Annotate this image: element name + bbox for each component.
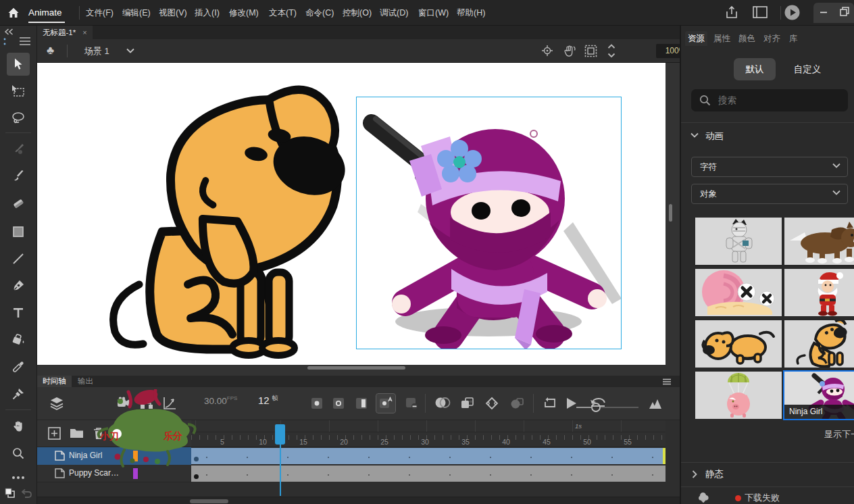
layer-row-puppy[interactable]: Puppy Scar… (37, 465, 191, 482)
asset-thumbnail-snail[interactable] (695, 269, 782, 316)
animated-section-chevron-icon[interactable] (690, 132, 699, 138)
tool-rectangle[interactable] (7, 220, 30, 243)
asset-thumbnail-wolf[interactable] (784, 218, 854, 265)
insert-frame-icon[interactable] (355, 397, 368, 410)
delete-layer-button[interactable] (93, 427, 105, 440)
create-tween-icon[interactable] (484, 397, 499, 410)
layer-row-ninja-girl[interactable]: Ninja Girl (37, 447, 191, 465)
new-layer-button[interactable] (48, 427, 61, 440)
keyframe-dot[interactable] (194, 457, 199, 461)
auto-keyframe-toggle[interactable] (376, 394, 395, 413)
home-icon[interactable] (7, 6, 20, 20)
tools-more-options[interactable] (7, 466, 30, 489)
graph-editor-icon[interactable] (163, 397, 176, 410)
insert-blank-keyframe-icon[interactable] (332, 397, 345, 410)
cloud-download-icon[interactable] (696, 490, 711, 503)
show-next-link[interactable]: 显示下一个 (824, 428, 854, 440)
tab-align[interactable]: 对齐 (761, 31, 783, 46)
undo-icon[interactable] (20, 488, 32, 499)
asset-thumbnail-santa[interactable] (784, 269, 854, 316)
playhead[interactable] (275, 424, 285, 445)
stage-canvas[interactable] (37, 63, 665, 365)
tool-paint-bucket[interactable] (7, 328, 30, 351)
menu-item-debug[interactable]: 调试(D) (380, 0, 408, 26)
tab-assets[interactable]: 资源 (685, 31, 707, 46)
zoom-stepper[interactable] (607, 43, 616, 59)
menu-item-command[interactable]: 命令(C) (305, 0, 334, 26)
loop-playback-icon[interactable] (543, 397, 557, 410)
stage-vertical-scrollbar[interactable] (669, 204, 672, 222)
tool-lasso[interactable] (7, 107, 30, 130)
menu-item-view[interactable]: 视图(V) (159, 0, 187, 26)
parenting-view-icon[interactable] (140, 397, 153, 410)
tool-selection[interactable] (7, 53, 30, 76)
timeline-zoom-slider[interactable] (576, 403, 638, 412)
quick-share-play-icon[interactable] (784, 4, 801, 21)
character-filter-dropdown[interactable]: 字符 (691, 157, 848, 177)
tool-brush[interactable] (7, 165, 30, 188)
onion-skin-icon[interactable] (434, 397, 451, 409)
tool-fluid-brush[interactable] (7, 138, 30, 161)
tab-properties[interactable]: 属性 (711, 31, 733, 46)
frame-rate-display[interactable]: 30.00FPS (204, 395, 237, 406)
symbol-clover-icon[interactable]: ♣ (47, 44, 54, 57)
outline-all-layers-icon[interactable] (130, 427, 139, 440)
lock-layers-icon[interactable] (163, 427, 174, 440)
document-tab[interactable]: 无标题-1*× (37, 26, 93, 39)
tools-menu-icon[interactable] (19, 36, 31, 46)
insert-keyframe-icon[interactable] (310, 397, 324, 410)
timeline-ruler[interactable]: 1s 5 10 15 20 25 30 35 40 45 50 55 (191, 420, 665, 447)
tool-text[interactable] (7, 301, 30, 324)
menu-item-modify[interactable]: 修改(M) (229, 0, 259, 26)
ninja-selection-rect[interactable] (356, 97, 622, 349)
camera-icon[interactable] (117, 397, 132, 409)
show-hide-all-layers-icon[interactable] (114, 430, 122, 438)
layer-name[interactable]: Ninja Girl (69, 451, 102, 460)
keyframe-dot[interactable] (194, 474, 199, 479)
paste-frames-icon[interactable] (510, 397, 525, 410)
tab-color[interactable]: 颜色 (736, 31, 758, 46)
hide-others-icon[interactable] (145, 427, 160, 440)
menu-item-edit[interactable]: 编辑(E) (122, 0, 151, 26)
tab-timeline[interactable]: 时间轴 (37, 376, 72, 387)
asset-thumbnail-mummy[interactable] (695, 218, 782, 265)
scene-label[interactable]: 场景 1 (84, 39, 109, 63)
layer-color-swatch[interactable] (133, 451, 138, 461)
tool-line[interactable] (7, 247, 30, 270)
menu-item-insert[interactable]: 插入(I) (195, 0, 220, 26)
static-section-header[interactable]: 静态 (705, 468, 724, 480)
edit-multiple-frames-icon[interactable] (460, 397, 475, 410)
static-section-chevron-icon[interactable] (692, 470, 697, 478)
tool-hand[interactable] (7, 415, 30, 438)
menu-item-window[interactable]: 窗口(W) (418, 0, 449, 26)
scene-chevron-down-icon[interactable] (126, 48, 134, 53)
menu-item-file[interactable]: 文件(F) (86, 0, 114, 26)
animated-section-header[interactable]: 动画 (705, 130, 724, 143)
tool-eraser[interactable] (7, 192, 30, 215)
tab-output[interactable]: 输出 (72, 376, 99, 387)
tab-library[interactable]: 库 (786, 31, 801, 46)
tool-eyedropper[interactable] (7, 355, 30, 378)
layer-color-swatch[interactable] (133, 468, 138, 479)
remove-frame-icon[interactable] (405, 397, 418, 410)
timeline-scrollbar-thumb[interactable] (190, 499, 228, 503)
clip-content-icon[interactable] (584, 45, 597, 57)
menu-item-help[interactable]: 帮助(H) (457, 0, 485, 26)
search-input[interactable] (718, 89, 840, 111)
layers-view-icon[interactable] (49, 397, 64, 410)
menu-item-control[interactable]: 控制(O) (343, 0, 372, 26)
close-tab-icon[interactable]: × (82, 28, 86, 36)
workspace-icon[interactable] (753, 6, 768, 18)
timeline-panel-menu-icon[interactable] (662, 378, 672, 385)
frame-span-puppy[interactable] (191, 465, 665, 482)
default-mode-button[interactable]: 默认 (734, 58, 776, 80)
custom-mode-button[interactable]: 自定义 (791, 58, 824, 80)
share-icon[interactable] (724, 5, 739, 21)
tool-asset-warp-pin[interactable] (7, 382, 30, 405)
object-filter-dropdown[interactable]: 对象 (691, 184, 848, 204)
asset-thumbnail-puppy-playing[interactable] (695, 320, 782, 368)
stage-horizontal-scrollbar[interactable] (307, 366, 405, 370)
puppy-artwork[interactable] (95, 70, 358, 360)
collapse-panel-icon[interactable] (4, 28, 14, 35)
center-stage-icon[interactable] (541, 45, 553, 57)
